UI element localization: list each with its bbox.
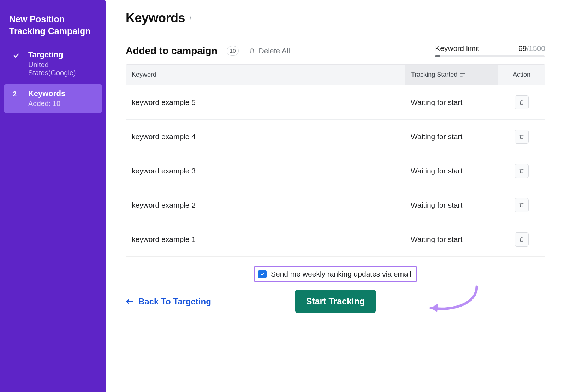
limit-progress [435,55,545,57]
delete-row-button[interactable] [515,164,529,178]
cell-tracking-status: Waiting for start [405,98,498,107]
step-label: Keywords [28,89,65,98]
cell-keyword: keyword example 1 [126,235,405,244]
cell-tracking-status: Waiting for start [405,235,498,244]
step-label: Targeting [28,50,95,59]
limit-label: Keyword limit [435,44,479,52]
column-action: Action [498,65,545,85]
check-icon [13,50,23,61]
start-tracking-button[interactable]: Start Tracking [295,290,376,313]
cell-action [498,232,545,247]
step-targeting[interactable]: Targeting United States(Google) [4,45,102,83]
delete-row-button[interactable] [515,130,529,144]
step-keywords[interactable]: 2 Keywords Added: 10 [4,84,102,113]
table-row: keyword example 2Waiting for start [126,188,545,222]
weekly-email-checkbox[interactable]: Send me weekly ranking updates via email [254,266,417,282]
table-header: Keyword Tracking Started Action [126,64,545,85]
limit-current: 69 [518,44,527,52]
cell-action [498,130,545,144]
trash-icon [519,168,524,174]
arrow-left-icon [126,298,134,305]
table-row: keyword example 5Waiting for start [126,85,545,119]
step-sub: Added: 10 [28,100,65,108]
keywords-table: Keyword Tracking Started Action keyword … [126,64,545,257]
trash-icon [519,99,524,106]
sort-desc-icon [460,73,465,77]
cell-keyword: keyword example 5 [126,98,405,107]
cell-tracking-status: Waiting for start [405,167,498,175]
cell-action [498,95,545,109]
table-row: keyword example 4Waiting for start [126,119,545,154]
cell-tracking-status: Waiting for start [405,132,498,141]
delete-row-button[interactable] [515,95,529,109]
sidebar-title: New Position Tracking Campaign [0,13,106,45]
main-panel: Keywords i Added to campaign 10 Delete A… [106,0,565,392]
content: Added to campaign 10 Delete All Keyword … [106,34,565,392]
trash-icon [249,47,255,54]
limit-max: 1500 [529,44,545,52]
delete-row-button[interactable] [515,232,529,247]
column-tracking-started[interactable]: Tracking Started [405,65,498,85]
keyword-count-pill: 10 [227,46,239,56]
page-header: Keywords i [106,0,565,34]
cell-keyword: keyword example 3 [126,167,405,175]
cell-action [498,198,545,212]
cell-keyword: keyword example 2 [126,201,405,209]
delete-row-button[interactable] [515,198,529,212]
step-number: 2 [13,89,23,100]
delete-all-button[interactable]: Delete All [249,47,290,55]
svg-marker-4 [431,304,438,312]
table-body[interactable]: keyword example 5Waiting for startkeywor… [126,85,545,257]
annotation-arrow-icon [420,284,480,316]
keyword-limit: Keyword limit 69/1500 [435,44,545,57]
subheader-row: Added to campaign 10 Delete All Keyword … [126,44,545,57]
step-sub: United States(Google) [28,61,95,77]
footer-controls: Send me weekly ranking updates via email… [126,266,545,313]
app-root: New Position Tracking Campaign Targeting… [0,0,565,392]
cell-keyword: keyword example 4 [126,132,405,141]
trash-icon [519,236,524,243]
subheader-title: Added to campaign [126,45,218,57]
back-to-targeting-link[interactable]: Back To Targeting [126,297,211,307]
table-row: keyword example 3Waiting for start [126,154,545,188]
column-keyword[interactable]: Keyword [126,65,405,85]
trash-icon [519,133,524,140]
checkbox-checked-icon [258,270,267,278]
cell-tracking-status: Waiting for start [405,201,498,209]
info-icon[interactable]: i [189,14,191,22]
table-row: keyword example 1Waiting for start [126,222,545,256]
page-title: Keywords [126,11,185,25]
cell-action [498,164,545,178]
trash-icon [519,202,524,208]
wizard-sidebar: New Position Tracking Campaign Targeting… [0,0,106,392]
